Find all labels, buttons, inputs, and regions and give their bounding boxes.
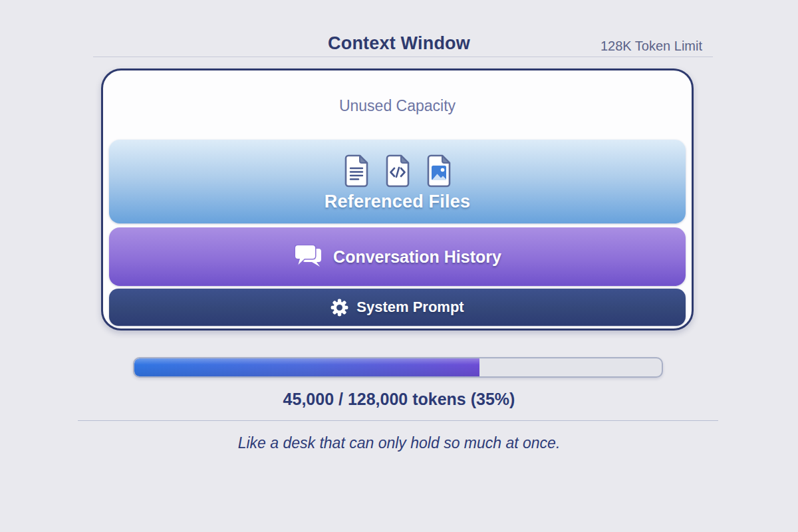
token-progress-track xyxy=(133,357,663,378)
footer-divider xyxy=(78,420,718,421)
unused-capacity-label: Unused Capacity xyxy=(103,97,692,115)
token-limit-label: 128K Token Limit xyxy=(600,39,702,54)
referenced-files-label: Referenced Files xyxy=(325,192,470,212)
section-referenced-files: Referenced Files xyxy=(109,140,686,223)
progress-fill xyxy=(134,358,479,376)
chat-bubbles-icon xyxy=(293,245,324,269)
text-file-icon xyxy=(343,154,370,188)
context-window-box: Unused Capacity xyxy=(101,68,694,331)
gear-icon xyxy=(331,299,348,317)
image-file-icon xyxy=(426,154,452,188)
conversation-history-label: Conversation History xyxy=(333,247,501,267)
token-count-label: 45,000 / 128,000 tokens (35%) xyxy=(0,390,798,409)
header-divider xyxy=(93,57,713,57)
code-file-icon xyxy=(384,154,411,188)
file-icons-row xyxy=(343,154,452,188)
section-conversation-history: Conversation History xyxy=(109,227,686,286)
page-background: { "header": { "title": "Context Window",… xyxy=(0,0,798,532)
system-prompt-label: System Prompt xyxy=(356,299,464,316)
caption-text: Like a desk that can only hold so much a… xyxy=(0,434,798,452)
section-system-prompt: System Prompt xyxy=(109,289,686,326)
